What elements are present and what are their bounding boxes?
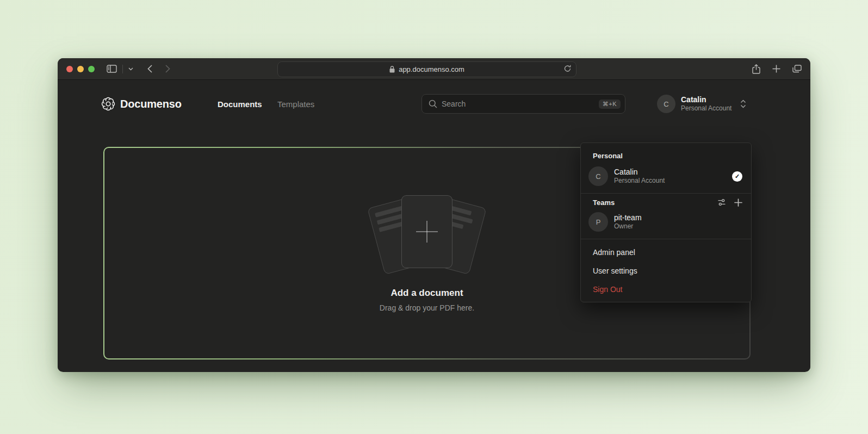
traffic-lights <box>66 66 95 72</box>
personal-account-type: Personal Account <box>614 177 665 185</box>
share-icon[interactable] <box>752 64 760 74</box>
sidebar-toggle-icon[interactable] <box>107 65 117 73</box>
chevrons-up-down-icon <box>740 100 746 108</box>
account-type: Personal Account <box>681 104 731 113</box>
manage-teams-icon[interactable] <box>717 198 726 207</box>
browser-window: app.documenso.com <box>58 58 810 372</box>
search-icon <box>429 100 437 108</box>
browser-toolbar: app.documenso.com <box>58 58 810 80</box>
documents-illustration <box>364 194 489 276</box>
menu-item-user-settings[interactable]: User settings <box>581 262 751 280</box>
documenso-logo-icon <box>101 97 115 111</box>
account-name: Catalin <box>681 95 731 104</box>
nav-templates[interactable]: Templates <box>277 92 314 116</box>
tab-overview-icon[interactable] <box>792 65 802 73</box>
team-name: pit-team <box>614 213 642 222</box>
minimize-button[interactable] <box>77 66 84 72</box>
account-menu: Personal C Catalin Personal Account ✓ Te… <box>580 142 752 302</box>
personal-section-label: Personal <box>593 152 739 160</box>
menu-team-item[interactable]: P pit-team Owner <box>581 209 751 235</box>
team-avatar: P <box>588 212 608 232</box>
dropzone-title: Add a document <box>390 288 463 299</box>
nav-documents[interactable]: Documents <box>218 92 262 116</box>
address-bar[interactable]: app.documenso.com <box>277 61 576 77</box>
reload-icon[interactable] <box>564 65 571 74</box>
lock-icon <box>389 66 395 73</box>
account-switcher[interactable]: C Catalin Personal Account <box>657 95 746 113</box>
brand-name: Documenso <box>120 98 182 110</box>
team-role: Owner <box>614 222 642 231</box>
dropzone-subtitle: Drag & drop your PDF here. <box>380 303 474 312</box>
plus-icon <box>416 221 438 243</box>
back-button-icon[interactable] <box>147 65 152 73</box>
menu-item-admin-panel[interactable]: Admin panel <box>581 243 751 262</box>
account-avatar: C <box>657 95 675 113</box>
search-shortcut-badge: ⌘+K <box>599 100 621 109</box>
personal-account-name: Catalin <box>614 168 665 177</box>
teams-section-label: Teams <box>593 199 615 207</box>
create-team-plus-icon[interactable] <box>734 199 742 207</box>
search-bar[interactable]: ⌘+K <box>421 94 625 114</box>
search-input[interactable] <box>442 100 594 108</box>
toolbar-separator <box>122 65 123 73</box>
address-bar-url: app.documenso.com <box>399 65 464 73</box>
sidebar-chevron-down-icon[interactable] <box>128 67 133 71</box>
forward-button-icon <box>165 65 170 73</box>
zoom-button[interactable] <box>88 66 95 72</box>
new-tab-icon[interactable] <box>772 65 780 73</box>
app-content: Documenso Documents Templates ⌘+K C Cata… <box>58 80 810 371</box>
menu-divider <box>581 239 751 239</box>
brand[interactable]: Documenso <box>101 92 182 116</box>
selected-check-icon: ✓ <box>732 171 742 182</box>
illustration-card-center <box>401 195 452 268</box>
personal-account-avatar: C <box>588 166 608 186</box>
close-button[interactable] <box>66 66 73 72</box>
menu-personal-account[interactable]: C Catalin Personal Account ✓ <box>581 163 751 189</box>
menu-divider <box>581 193 751 194</box>
menu-item-sign-out[interactable]: Sign Out <box>581 280 751 299</box>
